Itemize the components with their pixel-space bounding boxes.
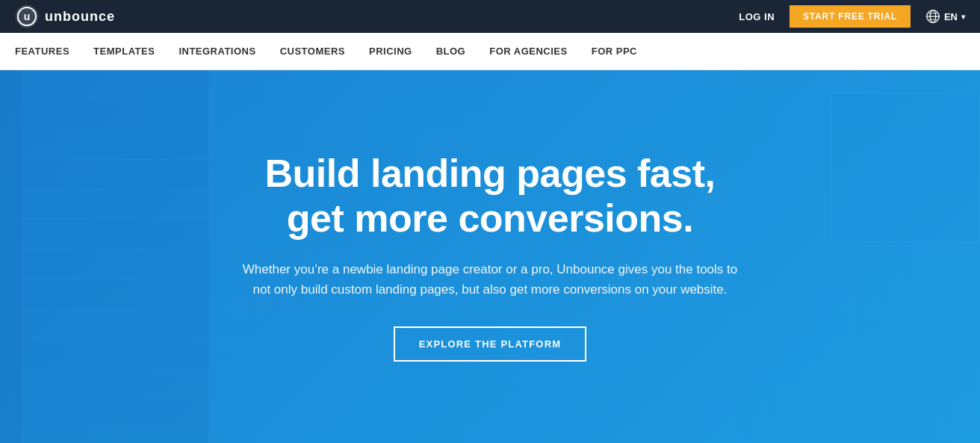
nav-link-customers[interactable]: CUSTOMERS [280, 46, 345, 57]
nav-link-blog[interactable]: BLOG [436, 46, 466, 57]
hero-content: Build landing pages fast, get more conve… [221, 152, 759, 362]
hero-title-line1: Build landing pages fast, [265, 152, 716, 195]
chevron-down-icon: ▾ [961, 13, 965, 21]
top-nav-right: LOG IN START FREE TRIAL EN ▾ [739, 5, 965, 28]
logo-text: unbounce [45, 9, 115, 25]
hero-section: Build landing pages fast, get more conve… [0, 70, 980, 443]
nav-link-integrations[interactable]: INTEGRATIONS [179, 46, 255, 57]
hero-title: Build landing pages fast, get more conve… [236, 152, 744, 241]
start-trial-button[interactable]: START FREE TRIAL [790, 5, 911, 28]
nav-link-templates[interactable]: TEMPLATES [93, 46, 155, 57]
hero-title-line2: get more conversions. [287, 196, 693, 240]
language-selector[interactable]: EN ▾ [925, 9, 965, 24]
globe-icon [925, 9, 940, 24]
nav-link-features[interactable]: FEATURES [15, 46, 69, 57]
hero-subtitle: Whether you’re a newbie landing page cre… [236, 259, 744, 300]
log-in-link[interactable]: LOG IN [739, 11, 775, 22]
svg-text:u: u [24, 10, 31, 22]
explore-platform-button[interactable]: EXPLORE THE PLATFORM [394, 326, 587, 362]
top-nav: u unbounce LOG IN START FREE TRIAL EN ▾ [0, 0, 980, 33]
unbounce-logo-icon: u [15, 4, 39, 28]
secondary-nav: FEATURES TEMPLATES INTEGRATIONS CUSTOMER… [0, 33, 980, 70]
nav-link-pricing[interactable]: PRICING [369, 46, 412, 57]
nav-links: FEATURES TEMPLATES INTEGRATIONS CUSTOMER… [15, 46, 637, 57]
logo[interactable]: u unbounce [15, 4, 115, 28]
nav-link-for-agencies[interactable]: FOR AGENCIES [489, 46, 567, 57]
nav-link-for-ppc[interactable]: FOR PPC [592, 46, 637, 57]
language-label: EN [944, 11, 958, 22]
